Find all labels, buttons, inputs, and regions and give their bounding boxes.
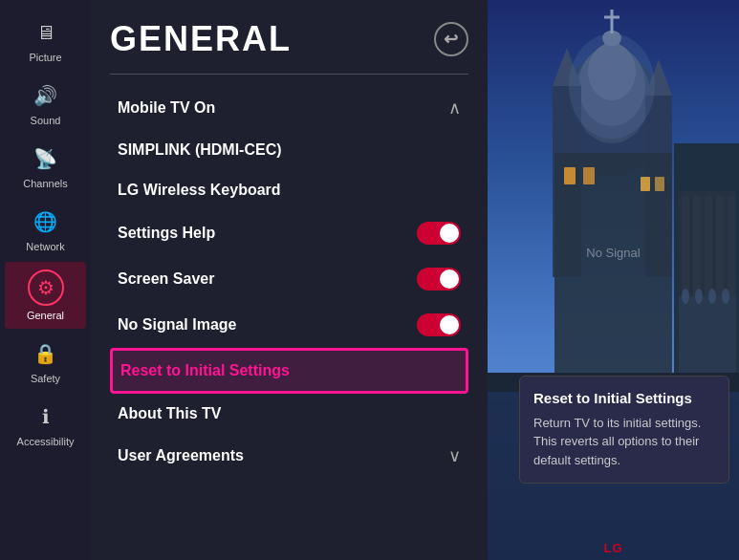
lg-logo: LG <box>603 541 622 555</box>
accessibility-icon: ℹ <box>31 401 61 432</box>
general-icon: ⚙ <box>28 269 64 306</box>
tooltip-title: Reset to Initial Settings <box>533 390 715 406</box>
svg-point-36 <box>722 289 729 304</box>
divider <box>110 74 468 75</box>
menu-label-about: About This TV <box>118 405 221 422</box>
city-image: No Signal Reset to Initial Settings Retu… <box>488 0 739 560</box>
sound-icon: 🔊 <box>31 80 61 111</box>
tooltip-text: Return TV to its initial settings. This … <box>533 414 715 470</box>
svg-rect-14 <box>554 153 672 382</box>
tooltip-popup: Reset to Initial Settings Return TV to i… <box>519 376 729 485</box>
svg-point-34 <box>695 289 703 304</box>
channels-icon: 📡 <box>31 143 61 174</box>
page-title: GENERAL <box>110 19 292 59</box>
menu-label-mobile-tv: Mobile TV On <box>118 99 215 117</box>
accessibility-label: Accessibility <box>17 436 75 447</box>
menu-label-simplink: SIMPLINK (HDMI-CEC) <box>118 141 282 159</box>
network-icon: 🌐 <box>31 206 61 237</box>
sidebar-item-accessibility[interactable]: ℹAccessibility <box>5 394 86 455</box>
sidebar-item-general[interactable]: ⚙General <box>5 262 86 329</box>
svg-rect-18 <box>655 177 664 191</box>
sidebar-item-picture[interactable]: 🖥Picture <box>5 10 86 71</box>
back-button[interactable]: ↩ <box>434 22 468 56</box>
svg-rect-16 <box>583 167 595 184</box>
sidebar-item-channels[interactable]: 📡Channels <box>5 136 86 197</box>
menu-label-lg-keyboard: LG Wireless Keyboard <box>118 182 281 199</box>
menu-label-screen-saver: Screen Saver <box>118 270 214 288</box>
svg-rect-15 <box>564 167 576 184</box>
menu-label-no-signal: No Signal Image <box>118 316 236 334</box>
main-content: GENERAL ↩ Mobile TV On∧SIMPLINK (HDMI-CE… <box>91 0 488 560</box>
picture-label: Picture <box>29 52 61 63</box>
menu-item-about[interactable]: About This TV <box>110 394 468 434</box>
menu-item-reset[interactable]: Reset to Initial Settings <box>110 348 468 394</box>
arrow-mobile-tv: ∧ <box>448 97 461 118</box>
toggle-no-signal[interactable] <box>417 313 461 336</box>
arrow-agreements: ∨ <box>448 445 461 466</box>
menu-label-agreements: User Agreements <box>118 447 244 464</box>
toggle-settings-help[interactable] <box>417 222 461 245</box>
svg-point-31 <box>569 33 655 139</box>
channels-label: Channels <box>23 178 67 189</box>
page-title-container: GENERAL ↩ <box>110 19 468 59</box>
right-panel: No Signal Reset to Initial Settings Retu… <box>488 0 739 560</box>
sidebar-item-safety[interactable]: 🔒Safety <box>5 331 86 392</box>
menu-item-lg-keyboard[interactable]: LG Wireless Keyboard <box>110 170 468 210</box>
svg-point-33 <box>682 289 689 304</box>
menu-label-settings-help: Settings Help <box>118 225 215 242</box>
general-label: General <box>27 310 64 321</box>
menu-list: Mobile TV On∧SIMPLINK (HDMI-CEC)LG Wirel… <box>110 86 468 478</box>
toggle-screen-saver[interactable] <box>417 268 461 291</box>
sidebar-item-sound[interactable]: 🔊Sound <box>5 73 86 134</box>
safety-icon: 🔒 <box>31 338 61 369</box>
menu-item-screen-saver[interactable]: Screen Saver <box>110 256 468 302</box>
no-signal-text: No Signal <box>586 245 640 259</box>
sound-label: Sound <box>31 115 61 126</box>
sidebar: 🖥Picture🔊Sound📡Channels🌐Network⚙General🔒… <box>0 0 91 560</box>
menu-item-simplink[interactable]: SIMPLINK (HDMI-CEC) <box>110 130 468 170</box>
svg-rect-32 <box>679 296 736 373</box>
sidebar-item-network[interactable]: 🌐Network <box>5 199 86 260</box>
network-label: Network <box>26 241 64 252</box>
menu-label-reset: Reset to Initial Settings <box>120 362 290 379</box>
menu-item-agreements[interactable]: User Agreements∨ <box>110 434 468 478</box>
svg-point-35 <box>708 289 716 304</box>
picture-icon: 🖥 <box>31 17 61 48</box>
menu-item-settings-help[interactable]: Settings Help <box>110 210 468 256</box>
svg-rect-17 <box>641 177 650 191</box>
menu-item-no-signal[interactable]: No Signal Image <box>110 302 468 348</box>
safety-label: Safety <box>31 373 60 384</box>
menu-item-mobile-tv[interactable]: Mobile TV On∧ <box>110 86 468 130</box>
